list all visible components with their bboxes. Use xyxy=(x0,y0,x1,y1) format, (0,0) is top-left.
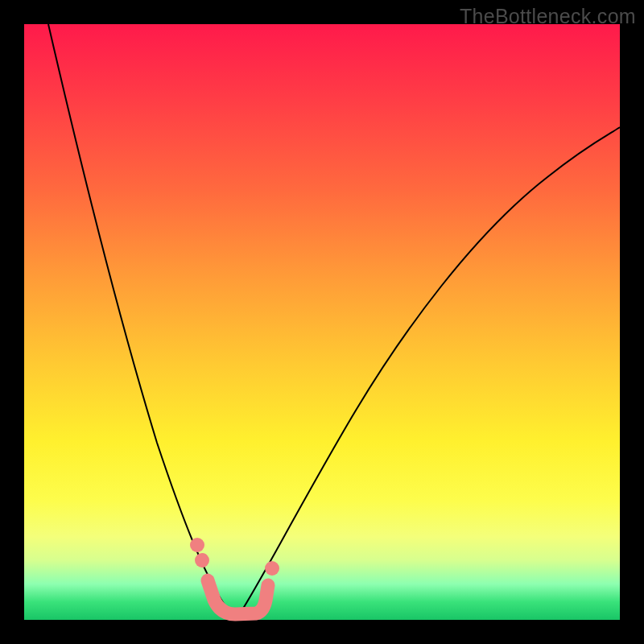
curves-svg xyxy=(24,24,620,620)
accent-dot-left-upper xyxy=(190,538,204,552)
left-curve xyxy=(48,24,236,620)
right-curve xyxy=(236,127,620,620)
accent-dot-left-lower xyxy=(195,553,209,568)
accent-dot-right xyxy=(265,561,279,576)
chart-frame: TheBottleneck.com xyxy=(0,0,644,644)
accent-u-band xyxy=(208,580,268,614)
plot-area xyxy=(24,24,620,620)
